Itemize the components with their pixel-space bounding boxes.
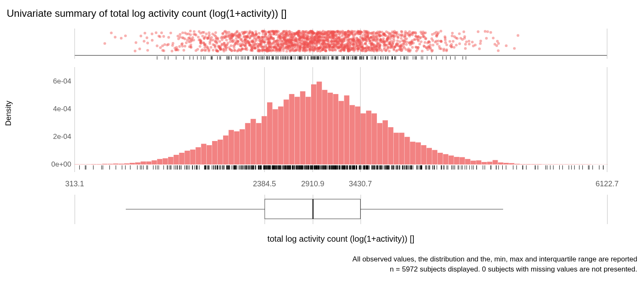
svg-point-393 [256,45,258,47]
svg-point-1640 [387,37,390,39]
svg-point-816 [302,33,305,35]
x-tick-label: 3430.7 [349,180,372,188]
svg-point-23 [155,31,157,34]
density-histogram [75,67,607,178]
svg-point-1011 [318,39,321,41]
svg-point-1861 [497,42,500,44]
x-tick-label: 313.1 [65,180,84,188]
svg-point-1248 [338,46,340,49]
svg-point-31 [164,43,166,46]
svg-point-481 [269,33,271,35]
svg-point-12 [135,41,137,44]
svg-rect-2169 [564,164,569,164]
svg-rect-2094 [152,160,157,164]
svg-point-198 [228,31,230,34]
svg-point-433 [262,48,264,51]
svg-point-1828 [455,44,457,46]
svg-point-1773 [420,40,422,43]
svg-point-1681 [398,34,401,36]
svg-point-1186 [332,35,335,38]
svg-rect-2099 [179,153,184,164]
svg-point-868 [306,49,308,52]
svg-point-1690 [400,33,403,36]
svg-point-873 [305,40,308,43]
svg-point-1291 [343,40,345,42]
svg-point-244 [237,40,239,42]
svg-rect-2091 [135,162,140,164]
svg-point-1196 [335,39,338,41]
svg-rect-2160 [514,164,520,164]
svg-point-76 [190,46,192,49]
svg-point-358 [251,33,254,35]
svg-point-55 [181,45,184,47]
svg-point-64 [184,45,186,47]
y-axis-label: Density [4,101,13,126]
svg-point-314 [244,48,247,50]
svg-rect-2092 [140,162,146,164]
svg-point-1621 [388,50,390,52]
svg-point-353 [252,40,254,43]
svg-point-1846 [471,41,473,43]
svg-point-1728 [413,38,415,41]
svg-point-1072 [323,36,325,39]
svg-point-216 [231,40,234,43]
svg-point-150 [214,40,217,42]
svg-rect-2155 [487,162,493,164]
svg-rect-2112 [251,119,256,164]
svg-point-9 [120,37,122,39]
svg-point-1604 [382,41,384,44]
svg-point-194 [222,48,224,51]
svg-point-1786 [428,40,430,43]
svg-point-755 [294,46,297,49]
svg-rect-2125 [322,90,327,164]
svg-point-1770 [422,33,424,35]
svg-point-555 [277,36,279,39]
svg-rect-2084 [96,164,102,164]
svg-point-1303 [343,47,345,49]
svg-rect-2159 [509,163,514,164]
caption-line-2: n = 5972 subjects displayed. 0 subjects … [390,265,637,274]
svg-rect-2145 [432,150,438,164]
svg-rect-2146 [438,153,443,164]
svg-point-1847 [474,44,476,46]
svg-point-357 [251,44,254,47]
svg-point-687 [290,34,293,36]
svg-rect-2098 [174,155,179,164]
svg-point-1832 [458,32,460,35]
svg-rect-2173 [586,164,592,164]
svg-point-1127 [329,49,331,51]
svg-point-1603 [383,48,385,50]
svg-point-1009 [316,47,319,50]
svg-point-48 [182,49,185,52]
svg-point-1709 [405,43,408,46]
svg-point-1831 [453,46,455,49]
svg-rect-2122 [306,97,311,164]
svg-point-181 [223,30,226,33]
svg-point-135 [212,39,214,41]
svg-point-1191 [332,46,335,48]
svg-point-1732 [411,46,413,49]
y-tick-label: 4e-04 [42,105,71,113]
svg-point-571 [279,35,281,37]
svg-point-109 [205,33,208,35]
svg-point-415 [262,32,264,35]
svg-point-1742 [414,32,417,34]
svg-point-36 [167,36,170,39]
svg-point-6 [104,42,106,44]
svg-point-1195 [333,31,335,33]
svg-point-94 [198,30,200,33]
svg-point-1300 [344,31,346,34]
svg-point-318 [245,35,247,38]
svg-point-151 [214,46,216,48]
svg-point-1572 [379,39,382,42]
svg-point-54 [179,33,181,36]
svg-rect-2168 [558,164,564,164]
svg-point-96 [198,39,200,41]
svg-point-81 [191,39,193,42]
svg-point-1840 [465,40,467,43]
svg-rect-2124 [317,81,322,164]
svg-point-1676 [400,37,402,39]
svg-rect-2110 [239,129,245,164]
svg-rect-2138 [394,133,399,164]
svg-point-1668 [393,39,395,42]
